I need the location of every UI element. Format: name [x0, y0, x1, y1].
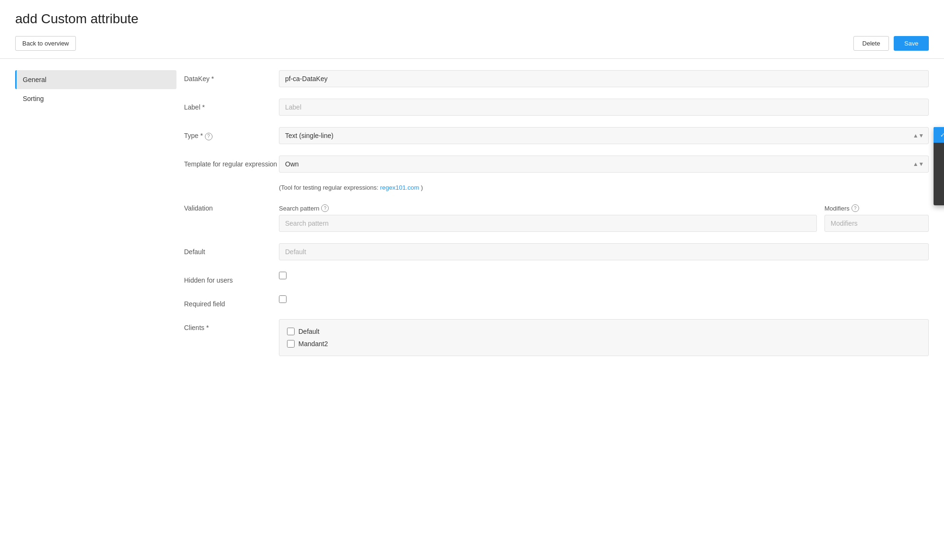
dropdown-option-text-single[interactable]: ✓ Text (single-line)	[934, 127, 944, 143]
hidden-for-users-label: Hidden for users	[184, 272, 279, 284]
datakey-label: DataKey *	[184, 70, 279, 83]
search-pattern-input[interactable]	[279, 215, 817, 232]
sidebar-item-sorting[interactable]: Sorting	[15, 89, 176, 108]
default-row: Default	[184, 243, 929, 260]
dropdown-option-checkbox[interactable]: Checkbox	[934, 158, 944, 174]
clients-field: Default Mandant2	[279, 319, 929, 356]
validation-header: Search pattern ? Modifiers ?	[279, 204, 929, 212]
hidden-for-users-row: Hidden for users	[184, 272, 929, 284]
type-help-icon[interactable]: ?	[205, 133, 213, 140]
validation-label: Validation	[184, 204, 279, 212]
hidden-checkbox-wrapper	[279, 272, 929, 279]
validation-fields: Search pattern ? Modifiers ?	[279, 204, 929, 232]
dropdown-option-text-multi[interactable]: Text (multi-line)	[934, 143, 944, 158]
regex-link[interactable]: regex101.com	[380, 184, 419, 191]
list-item: Mandant2	[287, 338, 921, 350]
datakey-field	[279, 70, 929, 87]
dropdown-option-dropdown[interactable]: Dropdown	[934, 190, 944, 205]
clients-box: Default Mandant2	[279, 319, 929, 356]
main-form: DataKey * Label * Type * ? ▲▼	[176, 70, 929, 367]
template-field: ▲▼	[279, 156, 929, 173]
required-field-label: Required field	[184, 295, 279, 308]
label-row: Label *	[184, 99, 929, 116]
content-area: General Sorting DataKey * Label * Type *…	[0, 59, 944, 379]
type-select[interactable]	[279, 127, 929, 144]
label-field-label: Label *	[184, 99, 279, 111]
template-label: Template for regular expression	[184, 156, 279, 168]
label-field	[279, 99, 929, 116]
type-dropdown: ✓ Text (single-line) Text (multi-line) C…	[934, 127, 944, 205]
required-field-row: Required field	[184, 295, 929, 308]
save-button[interactable]: Save	[894, 36, 929, 51]
search-pattern-col-label: Search pattern ?	[279, 204, 817, 212]
datakey-input[interactable]	[279, 70, 929, 87]
sidebar: General Sorting	[15, 70, 176, 367]
default-label: Default	[184, 243, 279, 256]
checkmark-icon: ✓	[940, 132, 944, 138]
template-select-wrapper: ▲▼	[279, 156, 929, 173]
header-right-actions: Delete Save	[853, 36, 929, 51]
hint-text: (Tool for testing regular expressions: r…	[279, 184, 929, 191]
hidden-for-users-field	[279, 272, 929, 279]
back-to-overview-button[interactable]: Back to overview	[15, 36, 76, 51]
modifiers-input[interactable]	[824, 215, 929, 232]
required-field-checkbox[interactable]	[279, 295, 287, 303]
type-row: Type * ? ▲▼ ✓ Text (single-line) Text (	[184, 127, 929, 144]
label-input[interactable]	[279, 99, 929, 116]
client-mandant2-checkbox[interactable]	[287, 340, 295, 348]
type-select-wrapper: ▲▼	[279, 127, 929, 144]
template-row: Template for regular expression ▲▼	[184, 156, 929, 173]
client-default-checkbox[interactable]	[287, 328, 295, 335]
dropdown-option-file[interactable]: File	[934, 174, 944, 190]
modifiers-col-label: Modifiers ?	[824, 204, 929, 212]
template-select[interactable]	[279, 156, 929, 173]
page-header: add Custom attribute Back to overview De…	[0, 0, 944, 59]
required-field-field	[279, 295, 929, 303]
datakey-row: DataKey *	[184, 70, 929, 87]
delete-button[interactable]: Delete	[853, 36, 889, 51]
required-checkbox-wrapper	[279, 295, 929, 303]
list-item: Default	[287, 325, 921, 338]
default-field	[279, 243, 929, 260]
header-actions: Back to overview Delete Save	[15, 36, 929, 51]
type-field: ▲▼ ✓ Text (single-line) Text (multi-line…	[279, 127, 929, 144]
default-input[interactable]	[279, 243, 929, 260]
clients-row: Clients * Default Mandant2	[184, 319, 929, 356]
type-label: Type * ?	[184, 127, 279, 140]
search-pattern-help-icon[interactable]: ?	[321, 204, 329, 212]
validation-inputs	[279, 215, 929, 232]
hint-row: (Tool for testing regular expressions: r…	[184, 184, 929, 197]
clients-label: Clients *	[184, 319, 279, 331]
page-title: add Custom attribute	[15, 11, 929, 27]
modifiers-help-icon[interactable]: ?	[851, 204, 859, 212]
hidden-for-users-checkbox[interactable]	[279, 272, 287, 279]
sidebar-item-general[interactable]: General	[15, 70, 176, 89]
validation-row: Validation Search pattern ? Modifiers ?	[184, 204, 929, 232]
